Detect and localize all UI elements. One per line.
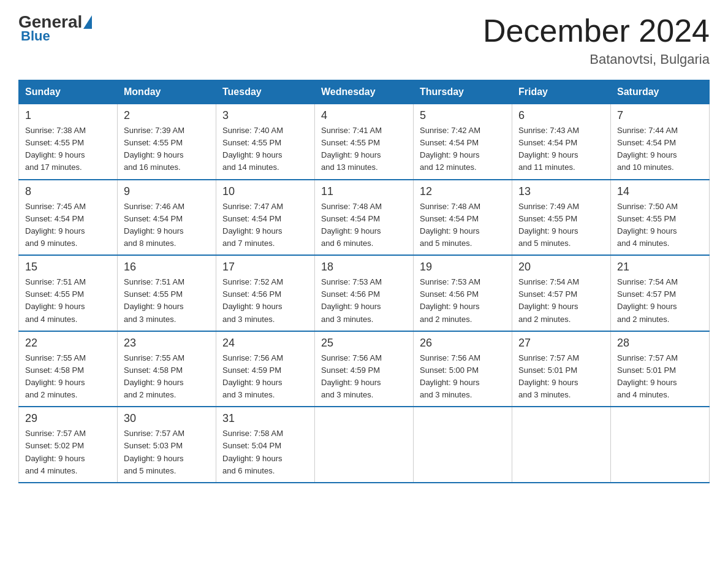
day-number: 17: [222, 261, 308, 274]
day-number: 28: [617, 337, 703, 350]
day-info: Sunrise: 7:57 AMSunset: 5:01 PMDaylight:…: [617, 352, 703, 402]
title-block: December 2024 Batanovtsi, Bulgaria: [483, 12, 710, 67]
calendar-cell: 24Sunrise: 7:56 AMSunset: 4:59 PMDayligh…: [216, 331, 315, 407]
day-number: 5: [420, 109, 506, 122]
calendar-cell: 27Sunrise: 7:57 AMSunset: 5:01 PMDayligh…: [512, 331, 611, 407]
day-number: 3: [222, 109, 308, 122]
calendar-cell: 3Sunrise: 7:40 AMSunset: 4:55 PMDaylight…: [216, 104, 315, 180]
calendar-cell: 1Sunrise: 7:38 AMSunset: 4:55 PMDaylight…: [19, 104, 118, 180]
weekday-header-tuesday: Tuesday: [216, 80, 315, 104]
month-title: December 2024: [483, 12, 710, 49]
weekday-header-wednesday: Wednesday: [315, 80, 414, 104]
day-number: 18: [321, 261, 407, 274]
day-number: 31: [222, 412, 308, 425]
day-info: Sunrise: 7:56 AMSunset: 4:59 PMDaylight:…: [321, 352, 407, 402]
day-number: 30: [124, 412, 210, 425]
day-info: Sunrise: 7:46 AMSunset: 4:54 PMDaylight:…: [124, 201, 210, 250]
day-info: Sunrise: 7:56 AMSunset: 5:00 PMDaylight:…: [420, 352, 506, 402]
calendar-cell: 30Sunrise: 7:57 AMSunset: 5:03 PMDayligh…: [118, 407, 216, 483]
day-number: 16: [124, 261, 210, 274]
day-number: 26: [420, 337, 506, 350]
day-number: 13: [518, 185, 604, 198]
calendar-cell: [512, 407, 611, 483]
day-number: 20: [518, 261, 604, 274]
day-number: 27: [518, 337, 604, 350]
calendar-cell: 11Sunrise: 7:48 AMSunset: 4:54 PMDayligh…: [315, 180, 414, 256]
day-number: 2: [124, 109, 210, 122]
day-info: Sunrise: 7:53 AMSunset: 4:56 PMDaylight:…: [420, 276, 506, 326]
day-info: Sunrise: 7:52 AMSunset: 4:56 PMDaylight:…: [222, 276, 308, 326]
calendar-cell: 12Sunrise: 7:48 AMSunset: 4:54 PMDayligh…: [414, 180, 512, 256]
calendar-week-row: 8Sunrise: 7:45 AMSunset: 4:54 PMDaylight…: [19, 180, 710, 256]
day-number: 22: [25, 337, 111, 350]
day-info: Sunrise: 7:57 AMSunset: 5:01 PMDaylight:…: [518, 352, 604, 402]
calendar-cell: 16Sunrise: 7:51 AMSunset: 4:55 PMDayligh…: [118, 255, 216, 331]
calendar-cell: 14Sunrise: 7:50 AMSunset: 4:55 PMDayligh…: [611, 180, 710, 256]
calendar-cell: 8Sunrise: 7:45 AMSunset: 4:54 PMDaylight…: [19, 180, 118, 256]
day-number: 24: [222, 337, 308, 350]
calendar-cell: 31Sunrise: 7:58 AMSunset: 5:04 PMDayligh…: [216, 407, 315, 483]
day-info: Sunrise: 7:57 AMSunset: 5:02 PMDaylight:…: [25, 427, 111, 477]
calendar-header-row: SundayMondayTuesdayWednesdayThursdayFrid…: [19, 80, 710, 104]
weekday-header-saturday: Saturday: [611, 80, 710, 104]
calendar-cell: 18Sunrise: 7:53 AMSunset: 4:56 PMDayligh…: [315, 255, 414, 331]
calendar-cell: 23Sunrise: 7:55 AMSunset: 4:58 PMDayligh…: [118, 331, 216, 407]
location-subtitle: Batanovtsi, Bulgaria: [483, 52, 710, 67]
day-info: Sunrise: 7:43 AMSunset: 4:54 PMDaylight:…: [518, 124, 604, 174]
calendar-cell: 5Sunrise: 7:42 AMSunset: 4:54 PMDaylight…: [414, 104, 512, 180]
day-info: Sunrise: 7:51 AMSunset: 4:55 PMDaylight:…: [25, 276, 111, 326]
day-info: Sunrise: 7:48 AMSunset: 4:54 PMDaylight:…: [321, 201, 407, 250]
page-header: General Blue December 2024 Batanovtsi, B…: [18, 12, 710, 67]
weekday-header-monday: Monday: [118, 80, 216, 104]
day-info: Sunrise: 7:56 AMSunset: 4:59 PMDaylight:…: [222, 352, 308, 402]
day-number: 12: [420, 185, 506, 198]
calendar-week-row: 15Sunrise: 7:51 AMSunset: 4:55 PMDayligh…: [19, 255, 710, 331]
day-info: Sunrise: 7:41 AMSunset: 4:55 PMDaylight:…: [321, 124, 407, 174]
day-number: 4: [321, 109, 407, 122]
calendar-cell: 6Sunrise: 7:43 AMSunset: 4:54 PMDaylight…: [512, 104, 611, 180]
day-info: Sunrise: 7:55 AMSunset: 4:58 PMDaylight:…: [124, 352, 210, 402]
calendar-cell: 21Sunrise: 7:54 AMSunset: 4:57 PMDayligh…: [611, 255, 710, 331]
day-number: 15: [25, 261, 111, 274]
day-number: 25: [321, 337, 407, 350]
day-number: 23: [124, 337, 210, 350]
day-number: 21: [617, 261, 703, 274]
calendar-cell: 20Sunrise: 7:54 AMSunset: 4:57 PMDayligh…: [512, 255, 611, 331]
calendar-cell: 2Sunrise: 7:39 AMSunset: 4:55 PMDaylight…: [118, 104, 216, 180]
day-info: Sunrise: 7:48 AMSunset: 4:54 PMDaylight:…: [420, 201, 506, 250]
calendar-cell: 19Sunrise: 7:53 AMSunset: 4:56 PMDayligh…: [414, 255, 512, 331]
day-info: Sunrise: 7:38 AMSunset: 4:55 PMDaylight:…: [25, 124, 111, 174]
day-info: Sunrise: 7:45 AMSunset: 4:54 PMDaylight:…: [25, 201, 111, 250]
day-info: Sunrise: 7:49 AMSunset: 4:55 PMDaylight:…: [518, 201, 604, 250]
day-info: Sunrise: 7:54 AMSunset: 4:57 PMDaylight:…: [617, 276, 703, 326]
day-info: Sunrise: 7:50 AMSunset: 4:55 PMDaylight:…: [617, 201, 703, 250]
calendar-cell: 10Sunrise: 7:47 AMSunset: 4:54 PMDayligh…: [216, 180, 315, 256]
weekday-header-thursday: Thursday: [414, 80, 512, 104]
calendar-cell: 29Sunrise: 7:57 AMSunset: 5:02 PMDayligh…: [19, 407, 118, 483]
calendar-cell: 9Sunrise: 7:46 AMSunset: 4:54 PMDaylight…: [118, 180, 216, 256]
calendar-cell: 28Sunrise: 7:57 AMSunset: 5:01 PMDayligh…: [611, 331, 710, 407]
day-number: 7: [617, 109, 703, 122]
logo: General Blue: [18, 12, 93, 44]
calendar-cell: [315, 407, 414, 483]
day-info: Sunrise: 7:51 AMSunset: 4:55 PMDaylight:…: [124, 276, 210, 326]
calendar-cell: 26Sunrise: 7:56 AMSunset: 5:00 PMDayligh…: [414, 331, 512, 407]
day-info: Sunrise: 7:47 AMSunset: 4:54 PMDaylight:…: [222, 201, 308, 250]
calendar-week-row: 29Sunrise: 7:57 AMSunset: 5:02 PMDayligh…: [19, 407, 710, 483]
calendar-cell: 13Sunrise: 7:49 AMSunset: 4:55 PMDayligh…: [512, 180, 611, 256]
calendar-week-row: 1Sunrise: 7:38 AMSunset: 4:55 PMDaylight…: [19, 104, 710, 180]
calendar-cell: 7Sunrise: 7:44 AMSunset: 4:54 PMDaylight…: [611, 104, 710, 180]
calendar-cell: 25Sunrise: 7:56 AMSunset: 4:59 PMDayligh…: [315, 331, 414, 407]
day-info: Sunrise: 7:55 AMSunset: 4:58 PMDaylight:…: [25, 352, 111, 402]
day-number: 29: [25, 412, 111, 425]
day-info: Sunrise: 7:53 AMSunset: 4:56 PMDaylight:…: [321, 276, 407, 326]
day-number: 6: [518, 109, 604, 122]
calendar-cell: 22Sunrise: 7:55 AMSunset: 4:58 PMDayligh…: [19, 331, 118, 407]
calendar-cell: [611, 407, 710, 483]
calendar-cell: 15Sunrise: 7:51 AMSunset: 4:55 PMDayligh…: [19, 255, 118, 331]
day-number: 11: [321, 185, 407, 198]
weekday-header-sunday: Sunday: [19, 80, 118, 104]
day-number: 10: [222, 185, 308, 198]
day-info: Sunrise: 7:40 AMSunset: 4:55 PMDaylight:…: [222, 124, 308, 174]
logo-triangle-icon: [83, 15, 92, 29]
